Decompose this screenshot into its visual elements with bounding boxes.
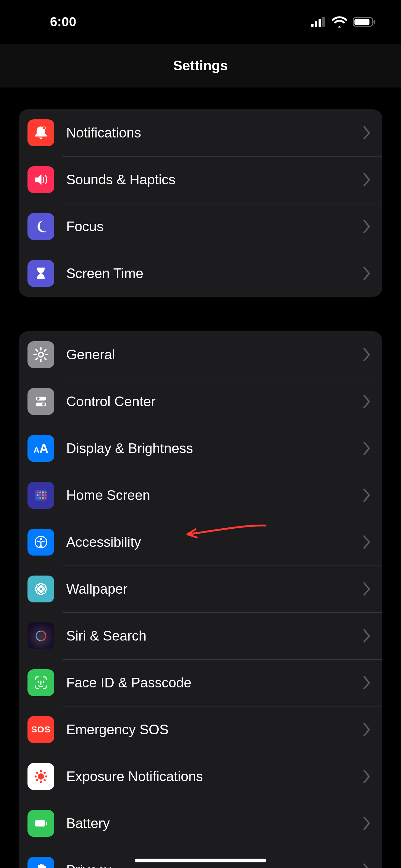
- chevron-right-icon: [362, 769, 371, 784]
- svg-point-53: [35, 776, 37, 778]
- svg-rect-25: [45, 492, 46, 493]
- svg-point-54: [45, 776, 47, 778]
- svg-point-7: [43, 127, 45, 129]
- svg-point-40: [42, 587, 47, 591]
- svg-rect-59: [35, 820, 45, 827]
- row-focus[interactable]: Focus: [19, 203, 382, 250]
- svg-point-35: [40, 538, 42, 540]
- faceid-icon: [28, 669, 54, 696]
- speaker-icon: [28, 166, 54, 193]
- row-controlcenter[interactable]: Control Center: [19, 378, 382, 425]
- page-title: Settings: [173, 58, 228, 73]
- svg-point-41: [36, 584, 41, 589]
- status-time: 6:00: [50, 14, 76, 29]
- settings-content[interactable]: Notifications Sounds & Haptics Focus Scr…: [0, 88, 401, 868]
- battery-icon: [28, 810, 54, 837]
- svg-point-58: [43, 779, 45, 781]
- row-siri[interactable]: Siri & Search: [19, 612, 382, 659]
- svg-point-52: [40, 781, 42, 783]
- svg-rect-6: [373, 20, 375, 24]
- chevron-right-icon: [362, 863, 371, 868]
- accessibility-icon: [28, 529, 54, 556]
- row-sounds[interactable]: Sounds & Haptics: [19, 156, 382, 203]
- svg-point-51: [40, 770, 42, 772]
- row-faceid[interactable]: Face ID & Passcode: [19, 659, 382, 706]
- row-screentime[interactable]: Screen Time: [19, 250, 382, 297]
- battery-icon: [353, 17, 376, 27]
- row-notifications[interactable]: Notifications: [19, 110, 382, 156]
- chevron-right-icon: [362, 347, 371, 362]
- svg-line-14: [44, 358, 46, 360]
- row-exposure[interactable]: Exposure Notifications: [19, 753, 382, 800]
- wifi-icon: [332, 16, 347, 28]
- svg-rect-29: [45, 494, 46, 496]
- chevron-right-icon: [362, 816, 371, 831]
- row-label: Battery: [66, 815, 362, 831]
- row-label: Siri & Search: [66, 628, 362, 644]
- chevron-right-icon: [362, 582, 371, 596]
- status-bar: 6:00: [0, 0, 401, 44]
- svg-rect-3: [322, 17, 325, 27]
- homegrid-icon: [28, 482, 54, 509]
- svg-point-38: [39, 591, 43, 595]
- sos-icon: SOS: [28, 716, 54, 743]
- row-label: Accessibility: [66, 534, 362, 550]
- row-label: Control Center: [66, 394, 362, 409]
- svg-line-15: [44, 350, 46, 351]
- svg-rect-24: [42, 492, 44, 493]
- row-wallpaper[interactable]: Wallpaper: [19, 565, 382, 612]
- svg-point-18: [37, 398, 39, 400]
- toggles-icon: [28, 388, 54, 415]
- row-label: Face ID & Passcode: [66, 675, 362, 690]
- row-label: Wallpaper: [66, 581, 362, 597]
- svg-rect-5: [355, 19, 369, 25]
- chevron-right-icon: [362, 441, 371, 456]
- svg-point-55: [36, 772, 38, 774]
- chevron-right-icon: [362, 535, 371, 549]
- chevron-right-icon: [362, 629, 371, 643]
- row-label: Sounds & Haptics: [66, 172, 362, 187]
- svg-line-16: [36, 358, 37, 360]
- chevron-right-icon: [362, 676, 371, 690]
- row-display[interactable]: AA Display & Brightness: [19, 425, 382, 472]
- svg-rect-23: [39, 492, 41, 493]
- row-label: Display & Brightness: [66, 440, 362, 456]
- row-accessibility[interactable]: Accessibility: [19, 519, 382, 565]
- svg-rect-22: [37, 492, 39, 493]
- row-label: Screen Time: [66, 266, 362, 281]
- svg-rect-33: [45, 497, 46, 499]
- svg-rect-2: [319, 19, 321, 27]
- svg-point-20: [42, 403, 45, 406]
- chevron-right-icon: [362, 488, 371, 502]
- settings-group-2: General Control Center AA Display & Brig…: [19, 331, 382, 868]
- svg-point-39: [35, 587, 39, 591]
- svg-rect-31: [39, 497, 41, 499]
- row-label: General: [66, 347, 362, 363]
- settings-group-1: Notifications Sounds & Haptics Focus Scr…: [19, 110, 382, 297]
- aa-icon: AA: [28, 435, 54, 462]
- svg-rect-28: [42, 494, 44, 496]
- nav-bar: Settings: [0, 44, 401, 88]
- svg-point-56: [43, 772, 45, 774]
- status-right: [311, 16, 376, 28]
- svg-point-50: [38, 773, 44, 780]
- chevron-right-icon: [362, 126, 371, 140]
- svg-rect-27: [39, 494, 41, 496]
- row-homescreen[interactable]: Home Screen: [19, 472, 382, 519]
- hourglass-icon: [28, 260, 54, 287]
- svg-point-8: [38, 352, 43, 357]
- exposure-icon: [28, 763, 54, 790]
- row-label: Privacy: [66, 862, 362, 868]
- svg-rect-0: [311, 24, 313, 27]
- svg-rect-1: [315, 21, 317, 27]
- row-label: Exposure Notifications: [66, 769, 362, 784]
- svg-rect-60: [45, 822, 47, 825]
- row-privacy[interactable]: Privacy: [19, 847, 382, 868]
- row-battery[interactable]: Battery: [19, 800, 382, 847]
- svg-point-44: [41, 590, 46, 594]
- home-indicator[interactable]: [135, 859, 266, 862]
- row-sos[interactable]: SOS Emergency SOS: [19, 706, 382, 753]
- row-general[interactable]: General: [19, 331, 382, 378]
- row-label: Emergency SOS: [66, 722, 362, 737]
- row-label: Home Screen: [66, 488, 362, 503]
